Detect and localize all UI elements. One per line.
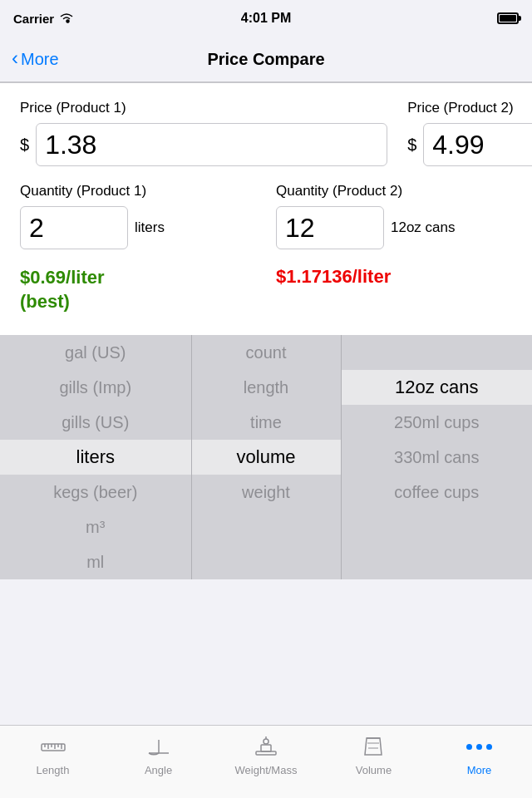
picker-col1-item[interactable]: m³ xyxy=(0,510,191,544)
price-label-1: Price (Product 1) xyxy=(20,100,387,116)
picker-col3-item[interactable] xyxy=(342,335,533,370)
quantity-col-1: Quantity (Product 1) liters xyxy=(20,183,256,249)
picker-col1-item[interactable]: kegs (beer) xyxy=(0,475,191,510)
picker-col-units-1[interactable]: gal (US)gills (Imp)gills (US)literskegs … xyxy=(0,335,192,579)
picker-col3-item[interactable]: 12oz cans xyxy=(342,370,533,405)
ruler-icon xyxy=(39,732,67,761)
price-input-2[interactable] xyxy=(423,123,532,166)
picker-col1-item[interactable]: liters xyxy=(0,440,191,475)
result-col-2: $1.17136/liter xyxy=(276,266,512,313)
page-title: Price Compare xyxy=(207,50,324,69)
quantity-col-2: Quantity (Product 2) 12oz cans xyxy=(276,183,512,249)
tab-label-more: More xyxy=(467,764,492,776)
picker-col3-item[interactable]: 250ml cups xyxy=(342,405,533,440)
picker-col2-item[interactable]: weight xyxy=(192,475,341,510)
scale-icon xyxy=(252,732,280,761)
picker-col1-item[interactable]: gills (Imp) xyxy=(0,370,191,405)
price-row: Price (Product 1) $ Price (Product 2) $ xyxy=(20,100,512,166)
back-label: More xyxy=(21,50,59,69)
svg-point-11 xyxy=(264,739,268,744)
volume-icon xyxy=(359,732,387,761)
quantity-row: Quantity (Product 1) liters Quantity (Pr… xyxy=(20,183,512,249)
back-button[interactable]: ‹ More xyxy=(12,50,59,69)
dollar-sign-2: $ xyxy=(407,135,416,155)
picker-col2-item[interactable]: volume xyxy=(192,440,341,475)
tab-label-angle: Angle xyxy=(145,764,172,776)
wifi-icon xyxy=(59,12,74,26)
result-best: $0.69/liter (best) xyxy=(20,266,256,313)
tab-label-volume: Volume xyxy=(356,764,392,776)
picker-col1-item[interactable]: gal (US) xyxy=(0,335,191,370)
price-input-row-2: $ xyxy=(407,123,532,166)
tab-more[interactable]: More xyxy=(450,732,508,776)
price-label-2: Price (Product 2) xyxy=(407,100,532,116)
quantity-input-2[interactable] xyxy=(276,206,384,249)
picker-col2-item[interactable]: length xyxy=(192,370,341,405)
tab-label-length: Length xyxy=(37,764,70,776)
result-row: $0.69/liter (best) $1.17136/liter xyxy=(20,266,512,313)
result-note-1: (best) xyxy=(20,291,70,312)
picker-col1-item[interactable]: ml xyxy=(0,544,191,579)
status-right xyxy=(497,12,519,24)
quantity-input-row-2: 12oz cans xyxy=(276,206,512,249)
status-bar: Carrier 4:01 PM xyxy=(0,0,532,37)
status-left: Carrier xyxy=(13,12,74,26)
picker-col2-item[interactable]: count xyxy=(192,335,341,370)
tab-weight[interactable]: Weight/Mass xyxy=(235,732,298,776)
picker-col-category[interactable]: countlengthtimevolumeweight xyxy=(192,335,342,579)
quantity-label-1: Quantity (Product 1) xyxy=(20,183,256,200)
result-col-1: $0.69/liter (best) xyxy=(20,266,256,313)
quantity-input-1[interactable] xyxy=(20,206,128,249)
unit-label-2: 12oz cans xyxy=(391,219,456,236)
price-col-1: Price (Product 1) $ xyxy=(20,100,387,166)
main-content: Price (Product 1) $ Price (Product 2) $ … xyxy=(0,83,532,335)
picker-columns: gal (US)gills (Imp)gills (US)literskegs … xyxy=(0,335,532,579)
nav-bar: ‹ More Price Compare xyxy=(0,37,532,82)
price-input-row-1: $ xyxy=(20,123,387,166)
tab-angle[interactable]: Angle xyxy=(130,732,188,776)
price-input-1[interactable] xyxy=(36,123,387,166)
dollar-sign-1: $ xyxy=(20,135,29,155)
more-icon xyxy=(465,732,493,761)
picker-col2-item[interactable]: time xyxy=(192,405,341,440)
unit-label-1: liters xyxy=(135,219,165,236)
quantity-label-2: Quantity (Product 2) xyxy=(276,183,512,200)
svg-rect-10 xyxy=(261,745,271,751)
tab-bar: Length Angle Weight/Mass xyxy=(0,725,532,798)
result-worse: $1.17136/liter xyxy=(276,266,512,288)
price-col-2: Price (Product 2) $ xyxy=(407,100,532,166)
picker-col-units-2[interactable]: 12oz cans250ml cups330ml canscoffee cups xyxy=(342,335,533,579)
tab-volume[interactable]: Volume xyxy=(344,732,402,776)
quantity-input-row-1: liters xyxy=(20,206,256,249)
tab-length[interactable]: Length xyxy=(24,732,82,776)
picker-area[interactable]: gal (US)gills (Imp)gills (US)literskegs … xyxy=(0,335,532,579)
tab-label-weight: Weight/Mass xyxy=(235,764,298,776)
picker-col3-item[interactable]: 330ml cans xyxy=(342,440,533,475)
picker-col1-item[interactable]: gills (US) xyxy=(0,405,191,440)
picker-col3-item[interactable]: coffee cups xyxy=(342,475,533,510)
angle-icon xyxy=(145,732,173,761)
status-time: 4:01 PM xyxy=(241,11,291,26)
carrier-text: Carrier xyxy=(13,12,54,26)
back-chevron-icon: ‹ xyxy=(12,48,18,68)
result-value-1: $0.69/liter xyxy=(20,267,105,288)
battery-icon xyxy=(497,12,519,24)
